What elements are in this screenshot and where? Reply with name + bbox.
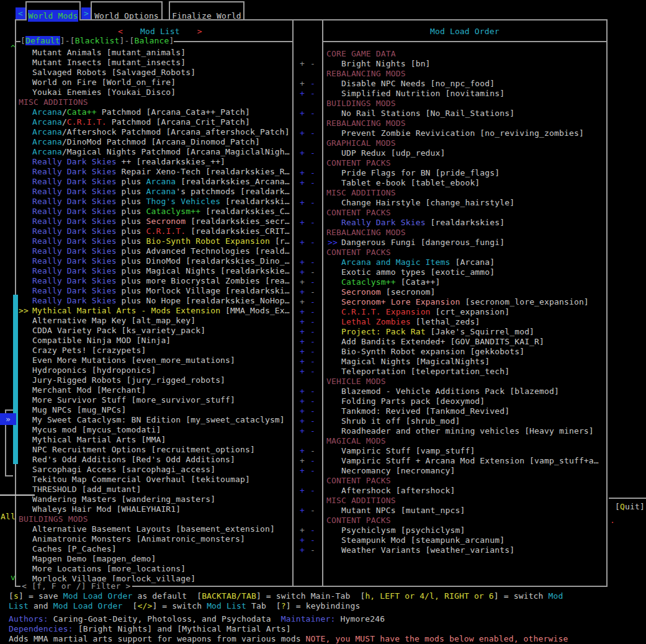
move-down-button[interactable]: - — [310, 535, 315, 545]
mod-row[interactable]: Crazy Pets! [crazypets] — [16, 346, 292, 356]
mod-row[interactable]: Vampiric Stuff + Arcana Mod Extension [v… — [323, 456, 606, 466]
move-up-button[interactable]: + — [300, 238, 305, 248]
mod-row[interactable]: Teleportation [teleportation_tech] — [323, 367, 606, 377]
mod-row[interactable]: Mapgen Demo [mapgen_demo] — [16, 554, 292, 564]
mod-row[interactable]: Exotic ammo types [exotic_ammo] — [323, 267, 606, 277]
move-down-button[interactable]: - — [310, 128, 315, 138]
move-up-button[interactable]: + — [300, 317, 305, 327]
mod-row[interactable]: Salvaged Robots [Salvaged_Robots] — [16, 68, 292, 78]
mod-row[interactable]: Whaleys Hair Mod [WHALEYHAIR1] — [16, 504, 292, 514]
move-up-button[interactable]: + — [300, 198, 305, 208]
tab-world-mods[interactable]: World Mods — [25, 1, 81, 20]
mod-row[interactable]: Arcana/Magical Nights Patchmod [Arcana_M… — [16, 147, 292, 157]
move-up-button[interactable]: + — [300, 257, 305, 267]
move-down-button[interactable]: - — [310, 337, 315, 347]
mod-row[interactable]: Red's Odd Additions [Red's Odd Additions… — [16, 455, 292, 465]
mod-row[interactable]: Tekitou Map Commercial Overhaul [tekitou… — [16, 475, 292, 485]
mod-row[interactable]: Secronom+ Lore Expansion [secronom_lore_… — [323, 297, 606, 307]
mod-row[interactable]: Prevent Zombie Revivication [no_reviving… — [323, 128, 606, 138]
mod-row[interactable]: Bright Nights [bn] — [323, 59, 606, 69]
subtab-default[interactable]: Default — [25, 36, 60, 45]
mod-row[interactable]: Roadheader and other mining vehicles [He… — [323, 426, 606, 436]
scroll-down-indicator[interactable]: v — [11, 573, 16, 583]
move-up-button[interactable]: + — [300, 267, 305, 277]
mod-row[interactable]: Really Dark Skies plus more Biocrystal Z… — [16, 276, 292, 286]
move-down-button[interactable]: - — [310, 387, 315, 396]
filter-label[interactable]: < [f, F or /] Filter > — [20, 581, 132, 591]
mod-row[interactable]: Aftershock [aftershock] — [323, 486, 606, 496]
move-down-button[interactable]: - — [310, 426, 315, 436]
mod-row[interactable]: Arcana/Cata++ Patchmod [Arcana_Cata++_Pa… — [16, 107, 292, 117]
move-up-button[interactable]: + — [300, 178, 305, 188]
mod-row[interactable]: Compatible Ninja MOD [Ninja] — [16, 336, 292, 346]
mod-row[interactable]: Really Dark Skies plus Secronom [realdar… — [16, 217, 292, 226]
move-down-button[interactable]: - — [310, 367, 315, 377]
mod-row[interactable]: Add Bandits Extended+ [GOV_BANDITS_KAI_R… — [323, 337, 606, 347]
move-down-button[interactable]: - — [310, 396, 315, 406]
move-up-button[interactable]: + — [300, 545, 305, 555]
mod-row[interactable]: >>Dangerous Fungi [dangerous_fungi] — [323, 238, 606, 248]
mod-row[interactable]: Really Dark Skies Repair Xeno-Tech [real… — [16, 167, 292, 177]
mod-row[interactable]: Lethal Zombies [lethal_zeds] — [323, 317, 606, 327]
mod-row[interactable]: Really Dark Skies ++ [realdarkskies_++] — [16, 157, 292, 167]
mod-row[interactable]: Vampiric Stuff [vamp_stuff] — [323, 446, 606, 456]
mod-row[interactable]: Mug NPCs [mug_NPCs] — [16, 405, 292, 415]
mod-row[interactable]: Sarcophagi Access [sarcophagi_access] — [16, 465, 292, 475]
mod-row[interactable]: Simplified Nutrition [novitamins] — [323, 89, 606, 99]
move-down-button[interactable]: - — [310, 277, 315, 287]
move-up-button[interactable]: + — [300, 357, 305, 367]
mod-row[interactable]: Animatronic Monsters [Animatronic_monste… — [16, 534, 292, 544]
move-down-button[interactable]: - — [310, 446, 315, 456]
move-down-button[interactable]: - — [310, 525, 315, 535]
move-down-button[interactable]: - — [310, 297, 315, 307]
mod-row[interactable]: Tankmod: Revived [Tankmod_Revived] — [323, 406, 606, 416]
move-down-button[interactable]: - — [310, 218, 315, 228]
mod-row[interactable]: UDP Redux [udp_redux] — [323, 148, 606, 158]
mod-row[interactable]: >>Mythical Martial Arts - Mods Extension… — [16, 306, 292, 316]
move-up-button[interactable]: + — [300, 79, 305, 89]
move-up-button[interactable]: + — [300, 218, 305, 228]
mod-row[interactable]: Really Dark Skies plus Bio-Synth Robot E… — [16, 236, 292, 246]
quit-button[interactable]: [Quit] — [615, 502, 645, 512]
move-down-button[interactable]: - — [310, 109, 315, 119]
move-down-button[interactable]: - — [310, 307, 315, 317]
mod-row[interactable]: More Locations [more_locations] — [16, 564, 292, 574]
move-down-button[interactable]: - — [310, 238, 315, 248]
move-down-button[interactable]: - — [310, 327, 315, 337]
move-up-button[interactable]: + — [300, 59, 305, 69]
move-up-button[interactable]: + — [300, 277, 305, 287]
move-down-button[interactable]: - — [310, 406, 315, 416]
move-up-button[interactable]: + — [300, 506, 305, 516]
mod-row[interactable]: Really Dark Skies plus Arcana's patchmod… — [16, 187, 292, 197]
mod-row[interactable]: Arcana/Aftershock Patchmod [Arcana_after… — [16, 127, 292, 137]
mod-row[interactable]: C.R.I.T. Expansion [crt_expansion] — [323, 307, 606, 317]
subtab[interactable]: Balance — [135, 36, 169, 45]
mod-row[interactable]: Mutant Animals [mutant_animals] — [16, 48, 292, 58]
mod-row[interactable]: Arcana/DinoMod Patchmod [Arcana_Dinomod_… — [16, 137, 292, 147]
scroll-up-indicator[interactable]: ^ — [11, 43, 16, 53]
move-down-button[interactable]: - — [310, 347, 315, 357]
mod-row[interactable]: CDDA Variety Pack [ks_variety_pack] — [16, 326, 292, 336]
title-arrow-left[interactable]: < — [118, 27, 123, 36]
move-up-button[interactable]: + — [300, 416, 305, 426]
title-arrow-right[interactable]: > — [197, 27, 202, 36]
tab-prev-arrow[interactable]: < — [16, 7, 25, 19]
mod-row[interactable]: Really Dark Skies plus DinoMod [realdark… — [16, 256, 292, 266]
move-down-button[interactable]: - — [310, 148, 315, 158]
mod-row[interactable]: Change Hairstyle [change_hairstyle] — [323, 198, 606, 208]
mod-row[interactable]: Necromancy [necromancy] — [323, 466, 606, 476]
mod-row[interactable]: Mutant Insects [mutant_insects] — [16, 58, 292, 68]
mod-row[interactable]: Shrub it off [shrub_mod] — [323, 416, 606, 426]
mod-row[interactable]: Alternative Basement Layouts [basement_e… — [16, 524, 292, 534]
move-down-button[interactable]: - — [310, 168, 315, 178]
move-up-button[interactable]: + — [300, 307, 305, 317]
mod-row[interactable]: Arcana and Magic Items [Arcana] — [323, 257, 606, 267]
mod-row[interactable]: Youkai Enemies [Youkai_Disco] — [16, 87, 292, 97]
mod-row[interactable]: Mycus mod [mycus_tomodati] — [16, 425, 292, 435]
mod-row[interactable]: Psychiclysm [psychiclysm] — [323, 525, 606, 535]
move-up-button[interactable]: + — [300, 387, 305, 396]
mod-row[interactable]: Disable NPC Needs [no_npc_food] — [323, 79, 606, 89]
mod-row[interactable]: Arcana/C.R.I.T. Patchmod [Arcana_Crit_Pa… — [16, 117, 292, 127]
mod-row[interactable]: Folding Parts pack [deoxymod] — [323, 396, 606, 406]
move-down-button[interactable]: - — [310, 317, 315, 327]
